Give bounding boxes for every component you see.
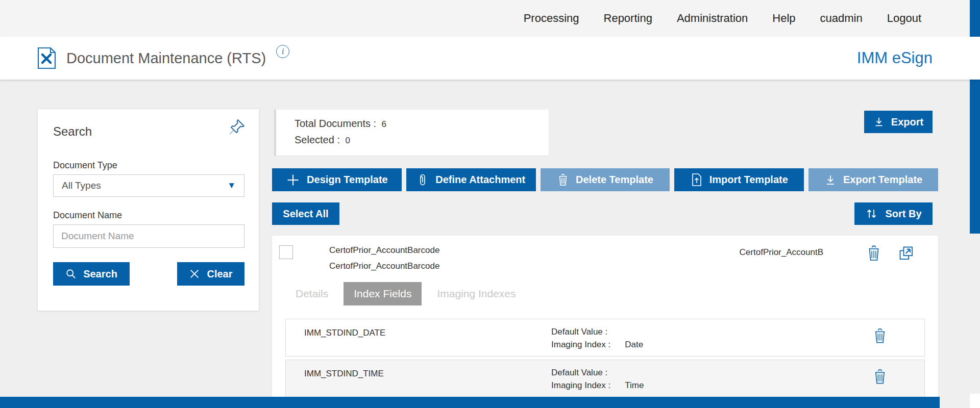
sort-by-label: Sort By bbox=[885, 208, 921, 220]
brand-logo: IMM eSign bbox=[857, 37, 933, 80]
top-nav: Processing Reporting Administration Help… bbox=[524, 0, 921, 37]
bottom-bar bbox=[0, 397, 940, 408]
sort-by-button[interactable]: Sort By bbox=[854, 202, 933, 225]
nav-user-cuadmin[interactable]: cuadmin bbox=[820, 12, 863, 25]
define-attachment-label: Define Attachment bbox=[435, 174, 525, 186]
index-field-name: IMM_STDIND_DATE bbox=[304, 328, 385, 338]
nav-processing[interactable]: Processing bbox=[524, 12, 579, 25]
nav-help[interactable]: Help bbox=[772, 12, 795, 25]
document-name-input[interactable] bbox=[53, 224, 244, 248]
plus-icon bbox=[286, 173, 300, 187]
paperclip-icon bbox=[416, 173, 429, 187]
imaging-index-value: Date bbox=[625, 340, 643, 349]
top-bar: Processing Reporting Administration Help… bbox=[0, 0, 980, 37]
close-icon bbox=[189, 268, 200, 279]
define-attachment-button[interactable]: Define Attachment bbox=[406, 168, 536, 191]
clear-button[interactable]: Clear bbox=[177, 262, 244, 286]
selected-label: Selected : bbox=[295, 134, 340, 145]
chevron-down-icon: ▼ bbox=[227, 181, 236, 191]
document-tools-icon bbox=[37, 47, 56, 69]
trash-icon[interactable] bbox=[872, 327, 888, 345]
document-name-line2: CertofPrior_AccountBarcode bbox=[329, 258, 439, 274]
document-card: CertofPrior_AccountBarcode CertofPrior_A… bbox=[272, 236, 938, 408]
import-icon bbox=[691, 173, 703, 187]
imaging-index-value: Time bbox=[625, 380, 644, 390]
index-fields-list: IMM_STDIND_DATE Default Value : Imaging … bbox=[285, 319, 925, 400]
search-button-label: Search bbox=[83, 268, 117, 280]
export-template-button[interactable]: Export Template bbox=[808, 168, 938, 191]
trash-icon[interactable] bbox=[872, 368, 888, 386]
imaging-index-label: Imaging Index : bbox=[551, 380, 610, 390]
default-value-label: Default Value : bbox=[551, 327, 607, 337]
page-header: Document Maintenance (RTS) i IMM eSign bbox=[0, 37, 980, 80]
document-type-select[interactable]: All Types ▼ bbox=[53, 174, 244, 197]
search-panel-title: Search bbox=[53, 124, 92, 139]
download-icon bbox=[824, 174, 837, 186]
delete-template-label: Delete Template bbox=[576, 174, 653, 186]
document-checkbox[interactable] bbox=[279, 245, 293, 259]
tab-details[interactable]: Details bbox=[285, 282, 338, 305]
select-all-label: Select All bbox=[283, 208, 328, 220]
export-template-label: Export Template bbox=[843, 174, 922, 186]
tab-index-fields[interactable]: Index Fields bbox=[344, 282, 422, 305]
import-template-button[interactable]: Import Template bbox=[674, 168, 804, 191]
index-field-name: IMM_STDIND_TIME bbox=[304, 369, 384, 379]
nav-administration[interactable]: Administration bbox=[677, 12, 748, 25]
page-title: Document Maintenance (RTS) bbox=[66, 50, 266, 67]
search-panel: Search Document Type All Types ▼ Documen… bbox=[37, 109, 259, 311]
imaging-index-label: Imaging Index : bbox=[551, 340, 610, 349]
template-toolbar: Design Template Define Attachment Delete… bbox=[272, 168, 938, 191]
default-value-label: Default Value : bbox=[551, 368, 607, 377]
clear-button-label: Clear bbox=[207, 268, 232, 280]
nav-reporting[interactable]: Reporting bbox=[604, 12, 652, 25]
info-icon[interactable]: i bbox=[276, 45, 289, 58]
summary-card: Total Documents : 6 Selected : 0 bbox=[274, 110, 549, 156]
search-button[interactable]: Search bbox=[53, 262, 130, 286]
index-field-row: IMM_STDIND_DATE Default Value : Imaging … bbox=[285, 319, 925, 356]
scrollbar-thumb[interactable] bbox=[970, 0, 980, 234]
delete-template-button[interactable]: Delete Template bbox=[541, 168, 670, 191]
select-all-button[interactable]: Select All bbox=[272, 202, 339, 225]
document-name-line1: CertofPrior_AccountBarcode bbox=[329, 242, 439, 258]
document-name-label: Document Name bbox=[53, 210, 122, 221]
document-type-label: Document Type bbox=[53, 160, 117, 171]
export-button[interactable]: Export bbox=[864, 111, 933, 133]
index-field-row: IMM_STDIND_TIME Default Value : Imaging … bbox=[285, 360, 925, 397]
corner-spacer bbox=[970, 394, 980, 408]
nav-logout[interactable]: Logout bbox=[887, 12, 921, 25]
selected-value: 0 bbox=[345, 136, 350, 145]
pin-icon[interactable] bbox=[227, 117, 247, 137]
open-external-icon[interactable] bbox=[897, 244, 916, 263]
document-tabs: Details Index Fields Imaging Indexes bbox=[285, 282, 526, 305]
total-documents-value: 6 bbox=[382, 119, 386, 129]
download-icon bbox=[873, 116, 885, 128]
total-documents-label: Total Documents : bbox=[295, 118, 376, 129]
design-template-label: Design Template bbox=[307, 174, 388, 186]
search-icon bbox=[65, 268, 77, 279]
design-template-button[interactable]: Design Template bbox=[272, 168, 402, 191]
document-type-value: All Types bbox=[62, 180, 101, 191]
tab-imaging-indexes[interactable]: Imaging Indexes bbox=[427, 282, 526, 305]
document-short-name: CertofPrior_AccountB bbox=[740, 247, 823, 258]
sort-arrows-icon bbox=[865, 208, 878, 220]
export-button-label: Export bbox=[891, 116, 923, 128]
trash-icon[interactable] bbox=[866, 245, 882, 262]
import-template-label: Import Template bbox=[709, 174, 788, 186]
trash-icon bbox=[557, 173, 569, 187]
